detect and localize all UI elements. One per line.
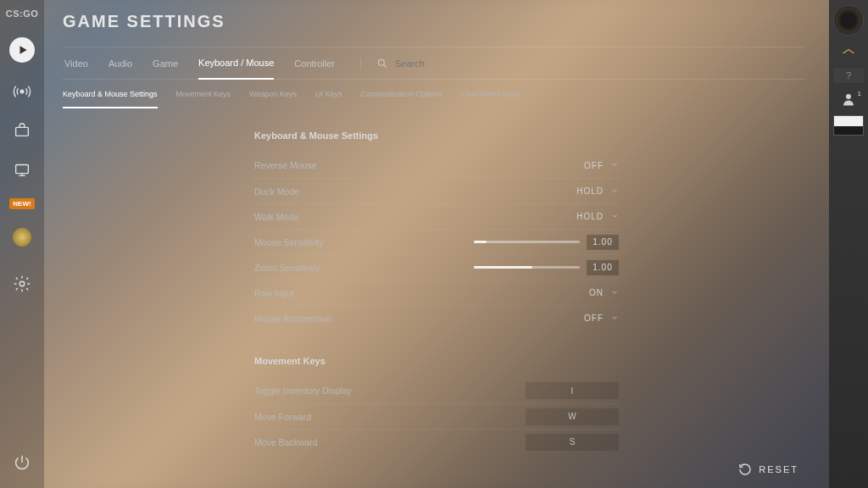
setting-slider[interactable]: 1.00: [474, 235, 619, 250]
setting-row: Mouse AccelerationOFF: [254, 305, 619, 330]
new-badge: NEW!: [9, 198, 34, 209]
setting-label: Toggle Inventory Display: [254, 385, 351, 396]
subtab-kbm-settings[interactable]: Keyboard & Mouse Settings: [63, 90, 158, 108]
setting-slider[interactable]: 1.00: [474, 260, 619, 275]
setting-label: Walk Mode: [254, 212, 298, 222]
tab-audio[interactable]: Audio: [108, 48, 132, 79]
chevron-down-icon: [610, 186, 619, 197]
section-kbm-header: Keyboard & Mouse Settings: [254, 130, 805, 141]
setting-row: Raw InputON: [254, 280, 619, 305]
chevron-down-icon: [610, 212, 619, 222]
tab-keyboard-mouse[interactable]: Keyboard / Mouse: [198, 47, 274, 80]
settings-panel: Keyboard & Mouse Settings Reverse MouseO…: [63, 108, 805, 463]
broadcast-icon[interactable]: [12, 81, 32, 102]
help-button[interactable]: ?: [833, 68, 864, 83]
setting-label: Duck Mode: [254, 186, 299, 197]
page-title: GAME SETTINGS: [63, 12, 805, 31]
keybind-field[interactable]: I: [526, 382, 619, 399]
svg-rect-2: [16, 165, 29, 174]
setting-label: Mouse Sensitivity: [254, 237, 324, 247]
subtab-chatwheel[interactable]: Chat Wheel Keys: [461, 90, 520, 108]
setting-label: Reverse Mouse: [254, 160, 317, 170]
setting-dropdown[interactable]: HOLD: [576, 212, 619, 222]
svg-point-5: [846, 94, 851, 99]
lobby-thumb[interactable]: [833, 115, 864, 136]
section-movement-header: Movement Keys: [254, 356, 805, 366]
svg-rect-1: [16, 127, 29, 136]
logo: CS:GO: [6, 8, 39, 19]
power-icon[interactable]: [12, 452, 32, 473]
subtab-movement[interactable]: Movement Keys: [176, 90, 231, 108]
play-button[interactable]: [9, 37, 35, 63]
chevron-down-icon: [610, 313, 619, 324]
friends-icon[interactable]: 1: [841, 92, 856, 107]
setting-row: Move BackwardS: [254, 429, 619, 454]
inventory-icon[interactable]: [12, 120, 32, 141]
medal-icon[interactable]: [13, 228, 31, 247]
svg-point-3: [19, 281, 25, 286]
setting-label: Move Backward: [254, 437, 318, 447]
setting-row: Duck ModeHOLD: [254, 178, 619, 203]
left-sidebar: CS:GO NEW!: [0, 0, 44, 488]
svg-point-0: [20, 90, 24, 93]
setting-dropdown[interactable]: ON: [589, 288, 619, 298]
right-sidebar: ? 1: [829, 0, 868, 488]
setting-row: Toggle Inventory DisplayI: [254, 378, 619, 403]
tab-game[interactable]: Game: [153, 48, 178, 79]
setting-label: Zoom Sensitivity: [254, 263, 320, 273]
setting-label: Raw Input: [254, 288, 294, 298]
search-container: [360, 58, 454, 69]
rank-chevron-icon[interactable]: [841, 44, 856, 59]
settings-icon[interactable]: [12, 274, 32, 294]
subtab-ui[interactable]: UI Keys: [315, 90, 342, 108]
search-icon: [376, 58, 388, 69]
search-input[interactable]: [395, 58, 454, 69]
chevron-down-icon: [610, 288, 619, 298]
setting-row: Reverse MouseOFF: [254, 152, 619, 178]
setting-row: Mouse Sensitivity1.00: [254, 229, 619, 254]
tab-video[interactable]: Video: [64, 48, 88, 79]
svg-point-4: [378, 59, 384, 65]
setting-dropdown[interactable]: OFF: [584, 160, 619, 170]
avatar[interactable]: [833, 5, 864, 36]
chevron-down-icon: [610, 160, 619, 170]
reset-button[interactable]: RESET: [738, 463, 798, 476]
setting-dropdown[interactable]: HOLD: [576, 186, 619, 197]
subtab-weapon[interactable]: Weapon Keys: [249, 90, 297, 108]
keybind-field[interactable]: S: [526, 434, 619, 451]
sub-tabs: Keyboard & Mouse Settings Movement Keys …: [63, 80, 805, 108]
setting-dropdown[interactable]: OFF: [584, 313, 619, 324]
subtab-comm[interactable]: Communication Options: [361, 90, 442, 108]
friends-count: 1: [858, 90, 861, 97]
setting-label: Move Forward: [254, 412, 311, 422]
setting-row: Move ForwardW: [254, 403, 619, 429]
watch-icon[interactable]: [12, 159, 32, 180]
main-tabs: Video Audio Game Keyboard / Mouse Contro…: [63, 47, 805, 80]
setting-row: Walk ModeHOLD: [254, 203, 619, 229]
reset-label: RESET: [759, 464, 798, 474]
tab-controller[interactable]: Controller: [294, 48, 335, 79]
setting-label: Mouse Acceleration: [254, 313, 332, 324]
reset-icon: [738, 463, 752, 476]
main-content: GAME SETTINGS Video Audio Game Keyboard …: [44, 0, 829, 488]
setting-row: Zoom Sensitivity1.00: [254, 254, 619, 280]
keybind-field[interactable]: W: [526, 408, 619, 425]
